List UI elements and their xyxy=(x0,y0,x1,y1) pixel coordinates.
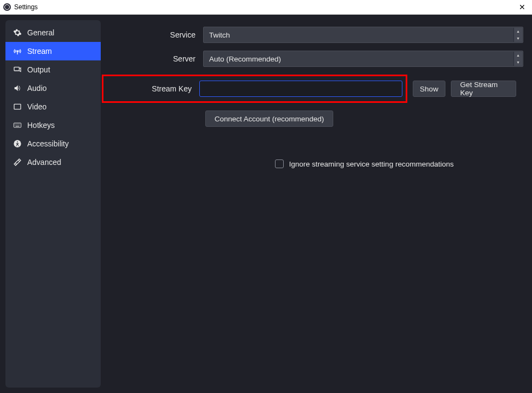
stream-key-highlight: Stream Key xyxy=(102,75,407,103)
sidebar-item-general[interactable]: General xyxy=(5,23,101,42)
server-select[interactable]: Auto (Recommended) ▲▼ xyxy=(203,51,523,67)
service-select[interactable]: Twitch ▲▼ xyxy=(203,27,523,43)
sidebar-item-audio[interactable]: Audio xyxy=(5,79,101,97)
get-stream-key-button[interactable]: Get Stream Key xyxy=(451,81,516,97)
keyboard-icon xyxy=(13,121,22,130)
stream-key-label: Stream Key xyxy=(107,84,194,93)
server-label: Server xyxy=(105,54,198,63)
antenna-icon xyxy=(13,47,22,56)
output-icon xyxy=(13,65,22,74)
select-spinner-icon: ▲▼ xyxy=(513,28,522,42)
ignore-label: Ignore streaming service setting recomme… xyxy=(289,160,454,168)
sidebar-item-label: Accessibility xyxy=(27,139,69,148)
service-value: Twitch xyxy=(209,31,230,39)
window-title: Settings xyxy=(14,3,38,11)
sidebar-item-accessibility[interactable]: Accessibility xyxy=(5,134,101,153)
svg-rect-2 xyxy=(14,104,21,109)
tools-icon xyxy=(13,158,22,167)
sidebar-item-stream[interactable]: Stream xyxy=(5,42,101,60)
service-row: Service Twitch ▲▼ xyxy=(105,27,523,43)
server-value: Auto (Recommended) xyxy=(209,55,281,63)
audio-icon xyxy=(13,84,22,93)
video-icon xyxy=(13,102,22,111)
main-content: Service Twitch ▲▼ Server Auto (Recommend… xyxy=(105,20,527,388)
sidebar-item-label: Advanced xyxy=(27,158,61,167)
titlebar: Settings ✕ xyxy=(0,0,532,15)
svg-rect-1 xyxy=(14,67,19,71)
svg-point-5 xyxy=(17,142,18,143)
app-icon xyxy=(3,3,11,11)
sidebar-item-video[interactable]: Video xyxy=(5,97,101,116)
sidebar-item-label: Stream xyxy=(27,47,52,56)
select-spinner-icon: ▲▼ xyxy=(513,52,522,66)
connect-row: Connect Account (recommended) xyxy=(105,110,523,127)
sidebar-item-label: Video xyxy=(27,102,47,111)
sidebar-item-label: Output xyxy=(27,65,50,74)
ignore-checkbox[interactable] xyxy=(275,159,284,168)
sidebar-item-advanced[interactable]: Advanced xyxy=(5,153,101,171)
sidebar: General Stream Output Audio Video xyxy=(5,20,101,388)
sidebar-item-label: Hotkeys xyxy=(27,121,55,130)
stream-key-input[interactable] xyxy=(199,81,402,97)
connect-account-button[interactable]: Connect Account (recommended) xyxy=(205,110,333,127)
close-button[interactable]: ✕ xyxy=(516,2,529,13)
workspace: General Stream Output Audio Video xyxy=(0,15,532,393)
ignore-row: Ignore streaming service setting recomme… xyxy=(105,159,523,168)
sidebar-item-hotkeys[interactable]: Hotkeys xyxy=(5,116,101,134)
sidebar-item-output[interactable]: Output xyxy=(5,60,101,79)
show-button[interactable]: Show xyxy=(413,81,445,97)
accessibility-icon xyxy=(13,139,22,148)
server-row: Server Auto (Recommended) ▲▼ xyxy=(105,51,523,67)
service-label: Service xyxy=(105,30,198,39)
gear-icon xyxy=(13,28,22,37)
stream-key-row: Stream Key xyxy=(107,81,402,97)
sidebar-item-label: General xyxy=(27,28,54,37)
sidebar-item-label: Audio xyxy=(27,84,47,93)
